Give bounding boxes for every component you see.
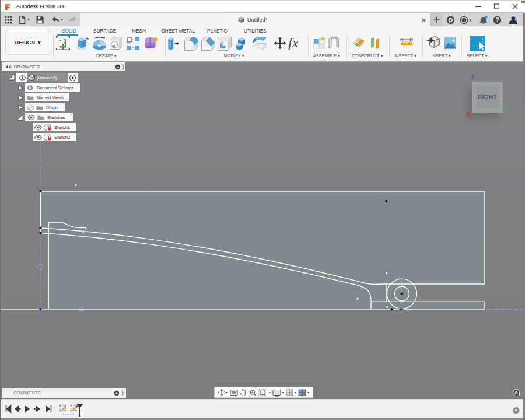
svg-text:?: ?: [496, 17, 499, 23]
svg-text:1: 1: [469, 18, 472, 23]
svg-text:fx: fx: [288, 35, 299, 50]
